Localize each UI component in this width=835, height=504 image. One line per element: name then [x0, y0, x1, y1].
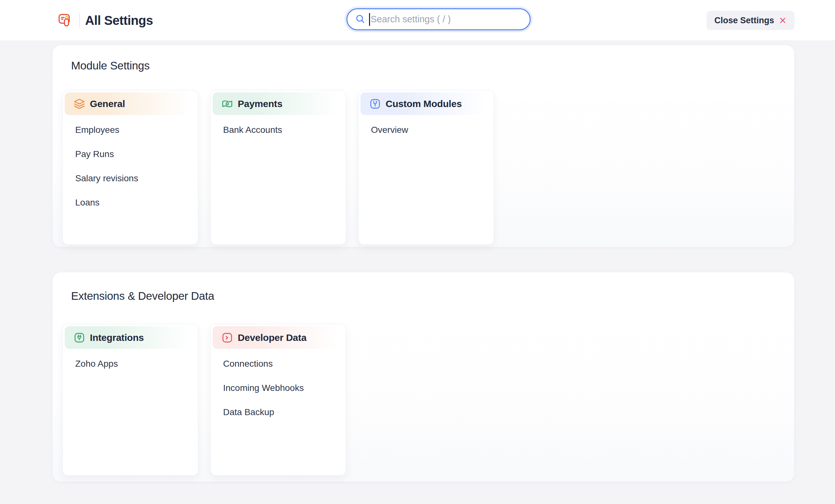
card-header: Developer Data	[212, 326, 344, 349]
card-title: Developer Data	[238, 332, 307, 343]
wrench-icon	[369, 98, 381, 110]
card-items: ConnectionsIncoming WebhooksData Backup	[211, 352, 346, 424]
settings-link[interactable]: Data Backup	[211, 400, 346, 424]
card-header: Payments	[212, 92, 344, 115]
settings-link[interactable]: Bank Accounts	[211, 118, 346, 142]
layers-icon	[74, 98, 85, 110]
settings-link[interactable]: Employees	[63, 118, 198, 142]
settings-link[interactable]: Salary revisions	[63, 166, 198, 190]
brand: All Settings	[58, 0, 153, 41]
brand-divider	[79, 14, 80, 27]
settings-card: Integrations Zoho Apps	[62, 324, 198, 476]
settings-link[interactable]: Zoho Apps	[63, 352, 198, 376]
card-items: EmployeesPay RunsSalary revisionsLoans	[63, 118, 198, 215]
card-header: Integrations	[65, 326, 196, 349]
card-title: Custom Modules	[386, 99, 462, 109]
settings-link[interactable]: Incoming Webhooks	[211, 376, 346, 400]
card-items: Zoho Apps	[63, 352, 198, 376]
settings-card: Payments Bank Accounts	[210, 90, 346, 245]
search-box[interactable]	[346, 8, 531, 30]
card-items: Bank Accounts	[211, 118, 346, 142]
card-row: Integrations Zoho Apps Developer Data Co…	[62, 324, 346, 476]
settings-card: General EmployeesPay RunsSalary revision…	[62, 90, 198, 245]
top-bar: All Settings Close Settings	[0, 0, 835, 41]
settings-link[interactable]: Connections	[211, 352, 346, 376]
section-module-settings: Module Settings General EmployeesPay Run…	[53, 45, 794, 247]
card-header: Custom Modules	[361, 92, 492, 115]
card-row: General EmployeesPay RunsSalary revision…	[62, 90, 494, 245]
search-icon	[355, 14, 365, 25]
card-title: Payments	[238, 99, 282, 109]
search-input[interactable]	[370, 14, 527, 24]
section-title: Module Settings	[71, 59, 149, 72]
close-settings-button[interactable]: Close Settings	[707, 11, 795, 30]
card-title: Integrations	[90, 332, 144, 343]
page-title: All Settings	[85, 14, 153, 28]
plug-icon	[74, 332, 85, 343]
settings-card: Custom Modules Overview	[358, 90, 494, 245]
settings-card: Developer Data ConnectionsIncoming Webho…	[210, 324, 346, 476]
terminal-icon	[222, 332, 233, 343]
payroll-logo-icon	[58, 14, 72, 27]
settings-link[interactable]: Pay Runs	[63, 142, 198, 166]
section-title: Extensions & Developer Data	[71, 290, 214, 302]
card-title: General	[90, 99, 125, 109]
section-extensions-developer-data: Extensions & Developer Data Integrations…	[53, 272, 794, 482]
card-items: Overview	[359, 118, 494, 142]
close-x-icon	[779, 16, 787, 24]
settings-link[interactable]: Overview	[359, 118, 494, 142]
settings-link[interactable]: Loans	[63, 190, 198, 215]
close-settings-label: Close Settings	[714, 16, 774, 25]
card-header: General	[65, 92, 196, 115]
banknote-icon	[222, 98, 233, 110]
